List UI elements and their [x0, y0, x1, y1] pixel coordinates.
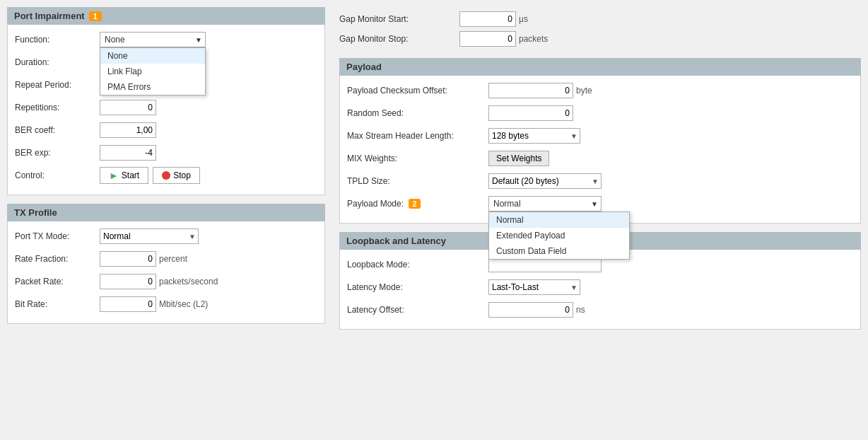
max-stream-header-label: Max Stream Header Length:	[347, 131, 488, 141]
function-arrow-icon: ▼	[195, 36, 202, 44]
payload-mode-dropdown-container[interactable]: Normal ▼ Normal Extended Payload Custom …	[488, 196, 602, 212]
payload-mode-label: Payload Mode: 2	[347, 199, 488, 209]
tpld-size-select-wrapper[interactable]: Default (20 bytes) 4 bytes 8 bytes ▼	[488, 173, 602, 189]
loopback-latency-title: Loopback and Latency	[346, 236, 446, 246]
repetitions-input[interactable]	[100, 100, 156, 115]
latency-offset-unit: ns	[576, 305, 585, 315]
port-tx-mode-select-wrapper[interactable]: Normal Strict Uniform Random Packet Leng…	[100, 228, 199, 244]
payload-mode-option-normal[interactable]: Normal	[489, 212, 629, 228]
gap-monitor-start-unit: µs	[519, 14, 528, 24]
payload-mode-badge: 2	[409, 199, 420, 209]
random-seed-row: Random Seed:	[347, 104, 853, 122]
gap-monitor-area: Gap Monitor Start: µs Gap Monitor Stop: …	[339, 7, 861, 58]
gap-monitor-stop-input[interactable]	[459, 31, 516, 47]
mix-weights-row: MIX Weights: Set Weights	[347, 149, 853, 168]
latency-mode-row: Latency Mode: Last-To-Last First-To-Last…	[347, 278, 853, 296]
packet-rate-row: Packet Rate: packets/second	[15, 272, 317, 291]
function-row: Function: None ▼ None Link Flap PMA Erro…	[15, 30, 317, 49]
tpld-size-row: TPLD Size: Default (20 bytes) 4 bytes 8 …	[347, 172, 853, 190]
max-stream-header-select[interactable]: 64 bytes 128 bytes 256 bytes	[488, 128, 580, 144]
control-row: Control: ► Start Stop	[15, 166, 317, 185]
packet-rate-unit: packets/second	[159, 277, 218, 286]
gap-monitor-start-row: Gap Monitor Start: µs	[339, 11, 861, 27]
checksum-offset-row: Payload Checksum Offset: byte	[347, 81, 853, 100]
rate-fraction-label: Rate Fraction:	[15, 254, 100, 264]
random-seed-label: Random Seed:	[347, 108, 488, 118]
payload-mode-dropdown-list: Normal Extended Payload Custom Data Fiel…	[488, 212, 630, 260]
ber-exp-input[interactable]	[100, 145, 156, 161]
set-weights-button[interactable]: Set Weights	[488, 151, 549, 166]
duration-label: Duration:	[15, 57, 100, 67]
ber-coeff-label: BER coeff:	[15, 125, 100, 135]
start-arrow-icon: ►	[109, 170, 119, 181]
random-seed-input[interactable]	[488, 105, 573, 121]
rate-fraction-input[interactable]	[100, 251, 156, 267]
packet-rate-input[interactable]	[100, 274, 156, 289]
port-impairment-title: Port Impairment	[14, 11, 85, 21]
latency-mode-label: Latency Mode:	[347, 282, 488, 292]
tpld-size-select[interactable]: Default (20 bytes) 4 bytes 8 bytes	[488, 173, 602, 189]
loopback-mode-label: Loopback Mode:	[347, 260, 488, 270]
max-stream-header-row: Max Stream Header Length: 64 bytes 128 b…	[347, 127, 853, 145]
gap-monitor-stop-label: Gap Monitor Stop:	[339, 34, 459, 44]
payload-mode-option-extended[interactable]: Extended Payload	[489, 228, 629, 243]
port-tx-mode-row: Port TX Mode: Normal Strict Uniform Rand…	[15, 227, 317, 245]
payload-title: Payload	[346, 62, 382, 72]
function-option-none[interactable]: None	[100, 48, 205, 64]
port-tx-mode-label: Port TX Mode:	[15, 231, 100, 241]
latency-mode-select-wrapper[interactable]: Last-To-Last First-To-Last First-To-Firs…	[488, 279, 580, 295]
start-button[interactable]: ► Start	[100, 167, 148, 184]
payload-mode-select[interactable]: Normal ▼	[488, 196, 602, 212]
ber-exp-label: BER exp:	[15, 148, 100, 158]
payload-mode-option-custom[interactable]: Custom Data Field	[489, 243, 629, 259]
max-stream-header-select-wrapper[interactable]: 64 bytes 128 bytes 256 bytes ▼	[488, 128, 580, 144]
checksum-offset-unit: byte	[576, 86, 592, 95]
payload-section: Payload Payload Checksum Offset: byte Ra…	[339, 58, 861, 224]
tx-profile-section: TX Profile Port TX Mode: Normal Strict U…	[7, 204, 325, 324]
ber-coeff-row: BER coeff:	[15, 121, 317, 139]
function-dropdown-container[interactable]: None ▼ None Link Flap PMA Errors	[100, 32, 206, 47]
mix-weights-label: MIX Weights:	[347, 154, 488, 163]
port-tx-mode-select[interactable]: Normal Strict Uniform Random Packet Leng…	[100, 228, 199, 244]
gap-monitor-stop-row: Gap Monitor Stop: packets	[339, 31, 861, 47]
packet-rate-label: Packet Rate:	[15, 277, 100, 286]
latency-offset-row: Latency Offset: ns	[347, 301, 853, 319]
function-dropdown-list: None Link Flap PMA Errors	[100, 47, 206, 95]
gap-monitor-start-input[interactable]	[459, 11, 516, 27]
checksum-offset-input[interactable]	[488, 83, 573, 98]
checksum-offset-label: Payload Checksum Offset:	[347, 86, 488, 95]
payload-header: Payload	[339, 58, 861, 76]
ber-coeff-input[interactable]	[100, 122, 156, 138]
bit-rate-unit: Mbit/sec (L2)	[159, 299, 208, 309]
stop-circle-icon	[162, 171, 170, 180]
latency-mode-select[interactable]: Last-To-Last First-To-Last First-To-Firs…	[488, 279, 580, 295]
payload-mode-row: Payload Mode: 2 Normal ▼ Normal Extended…	[347, 195, 853, 213]
gap-monitor-start-label: Gap Monitor Start:	[339, 14, 459, 24]
tpld-size-label: TPLD Size:	[347, 176, 488, 186]
repetitions-row: Repetitions:	[15, 98, 317, 117]
rate-fraction-row: Rate Fraction: percent	[15, 250, 317, 268]
function-label: Function:	[15, 35, 100, 45]
latency-offset-input[interactable]	[488, 302, 573, 318]
function-select[interactable]: None ▼	[100, 32, 206, 47]
latency-offset-label: Latency Offset:	[347, 305, 488, 315]
bit-rate-label: Bit Rate:	[15, 299, 100, 309]
function-option-linkflap[interactable]: Link Flap	[100, 64, 205, 79]
bit-rate-input[interactable]	[100, 296, 156, 312]
repetitions-label: Repetitions:	[15, 103, 100, 112]
port-impairment-section: Port Impairment 1 Function: None ▼ None …	[7, 7, 325, 195]
control-label: Control:	[15, 170, 100, 180]
repeat-period-label: Repeat Period:	[15, 80, 100, 90]
port-impairment-header: Port Impairment 1	[7, 7, 325, 25]
tx-profile-title: TX Profile	[14, 207, 57, 218]
bit-rate-row: Bit Rate: Mbit/sec (L2)	[15, 295, 317, 313]
rate-fraction-unit: percent	[159, 254, 187, 264]
function-option-pmaerrors[interactable]: PMA Errors	[100, 79, 205, 95]
payload-mode-arrow-icon: ▼	[591, 200, 598, 208]
ber-exp-row: BER exp:	[15, 144, 317, 162]
stop-button[interactable]: Stop	[153, 167, 200, 184]
port-impairment-badge: 1	[89, 11, 102, 21]
gap-monitor-stop-unit: packets	[519, 34, 548, 44]
tx-profile-header: TX Profile	[7, 204, 325, 221]
